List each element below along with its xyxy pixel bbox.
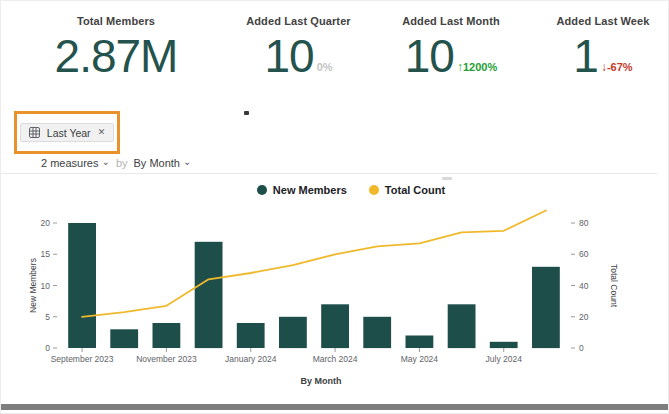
grid-calendar-icon — [29, 127, 40, 138]
dashboard: Total Members 2.87M Added Last Quarter 1… — [0, 0, 669, 414]
divider — [1, 173, 657, 174]
kpi-row: Total Members 2.87M Added Last Quarter 1… — [1, 11, 669, 79]
kpi-card-total-members: Total Members 2.87M — [1, 11, 231, 79]
legend-item-total-count[interactable]: Total Count — [369, 184, 445, 196]
svg-text:60: 60 — [579, 249, 589, 259]
svg-text:5: 5 — [45, 312, 50, 322]
svg-text:March 2024: March 2024 — [313, 354, 358, 364]
svg-text:Total Count: Total Count — [609, 264, 619, 308]
svg-text:New Members: New Members — [29, 258, 38, 313]
legend-item-new-members[interactable]: New Members — [257, 184, 347, 196]
svg-text:40: 40 — [579, 281, 589, 291]
kpi-value: 10 — [405, 33, 454, 79]
chart-legend: New Members Total Count — [1, 184, 669, 196]
svg-text:January 2024: January 2024 — [225, 354, 277, 364]
chevron-down-icon: ⌄ — [101, 156, 109, 167]
legend-dot-teal — [257, 185, 267, 195]
kpi-value: 10 — [264, 33, 313, 79]
kpi-title: Added Last Quarter — [246, 15, 351, 27]
svg-text:November 2023: November 2023 — [136, 354, 197, 364]
measures-dropdown[interactable]: 2 measures ⌄ — [41, 157, 110, 169]
artifact-dot — [244, 111, 249, 115]
filter-chip-label: Last Year — [47, 127, 91, 139]
drag-handle[interactable] — [442, 177, 452, 180]
svg-text:0: 0 — [579, 343, 584, 353]
kpi-card-added-last-week: Added Last Week 1 ↓-67% — [536, 11, 669, 79]
close-icon[interactable]: ✕ — [98, 128, 106, 137]
filter-chip-last-year[interactable]: Last Year ✕ — [20, 123, 114, 142]
svg-text:September 2023: September 2023 — [51, 354, 114, 364]
kpi-delta: 0% — [317, 60, 333, 74]
kpi-card-added-last-month: Added Last Month 10 ↑1200% — [366, 11, 536, 79]
svg-text:July 2024: July 2024 — [486, 354, 523, 364]
svg-text:20: 20 — [41, 218, 51, 228]
kpi-title: Total Members — [77, 15, 155, 27]
kpi-value: 2.87M — [55, 33, 178, 79]
svg-text:20: 20 — [579, 312, 589, 322]
dimension-dropdown[interactable]: By Month ⌄ — [134, 157, 192, 169]
svg-text:15: 15 — [41, 249, 51, 259]
kpi-card-added-last-quarter: Added Last Quarter 10 0% — [231, 11, 366, 79]
kpi-value: 1 — [573, 33, 598, 79]
annotation-highlight-box: Last Year ✕ — [14, 111, 120, 154]
kpi-delta: ↑1200% — [457, 60, 497, 74]
by-label: by — [116, 157, 128, 169]
combo-chart[interactable]: 05101520020406080New MembersTotal CountS… — [29, 200, 647, 382]
svg-text:10: 10 — [41, 281, 51, 291]
chevron-down-icon: ⌄ — [183, 156, 191, 167]
svg-text:0: 0 — [45, 343, 50, 353]
svg-text:80: 80 — [579, 218, 589, 228]
chart-controls: 2 measures ⌄ by By Month ⌄ — [41, 157, 191, 169]
svg-text:May 2024: May 2024 — [401, 354, 439, 364]
kpi-title: Added Last Month — [402, 15, 500, 27]
window-bottom-bar — [1, 404, 669, 410]
kpi-title: Added Last Week — [557, 15, 650, 27]
x-axis-title: By Month — [1, 376, 641, 386]
legend-dot-gold — [369, 185, 379, 195]
kpi-delta: ↓-67% — [601, 60, 633, 74]
